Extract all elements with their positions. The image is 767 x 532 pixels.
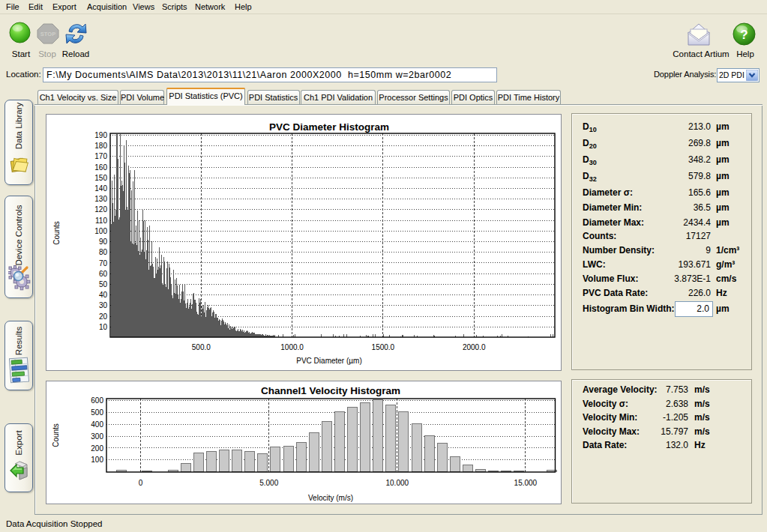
svg-text:160: 160 — [94, 163, 107, 172]
svg-text:PVC Diameter Histogram: PVC Diameter Histogram — [269, 121, 389, 133]
svg-text:10.000: 10.000 — [386, 479, 409, 487]
svg-text:400: 400 — [91, 420, 103, 429]
svg-text:100: 100 — [94, 227, 107, 235]
svg-text:Counts: Counts — [52, 423, 60, 447]
svg-text:50: 50 — [99, 280, 108, 288]
svg-text:?: ? — [740, 28, 748, 42]
svg-text:30: 30 — [99, 301, 108, 309]
svg-text:100: 100 — [91, 456, 103, 464]
svg-text:0: 0 — [139, 479, 143, 487]
svg-text:130: 130 — [94, 195, 107, 203]
svg-text:Velocity (m/s): Velocity (m/s) — [308, 494, 353, 502]
svg-text:1000.0: 1000.0 — [280, 343, 304, 351]
svg-text:70: 70 — [99, 259, 108, 267]
svg-text:40: 40 — [99, 291, 108, 299]
svg-text:60: 60 — [99, 270, 108, 278]
svg-text:500.0: 500.0 — [192, 343, 211, 351]
svg-text:180: 180 — [94, 142, 107, 150]
svg-text:120: 120 — [94, 205, 107, 214]
svg-text:150: 150 — [94, 174, 107, 182]
svg-text:500: 500 — [91, 408, 103, 417]
svg-text:1500.0: 1500.0 — [372, 343, 395, 351]
svg-text:15.000: 15.000 — [514, 479, 538, 487]
svg-text:300: 300 — [91, 432, 103, 441]
svg-text:Channel1 Velocity Histogram: Channel1 Velocity Histogram — [261, 385, 400, 396]
svg-text:190: 190 — [94, 131, 107, 139]
svg-text:80: 80 — [99, 248, 108, 256]
svg-text:2000.0: 2000.0 — [463, 343, 486, 351]
svg-text:200: 200 — [91, 444, 103, 453]
svg-text:140: 140 — [94, 184, 107, 193]
svg-text:110: 110 — [95, 217, 107, 225]
svg-text:90: 90 — [99, 238, 108, 246]
svg-text:STOP: STOP — [40, 31, 55, 37]
svg-text:5.000: 5.000 — [259, 479, 278, 487]
svg-text:600: 600 — [91, 396, 103, 405]
svg-text:20: 20 — [99, 312, 108, 321]
svg-text:10: 10 — [99, 323, 108, 331]
svg-text:Counts: Counts — [52, 221, 61, 245]
svg-text:170: 170 — [94, 152, 107, 160]
svg-text:PVC Diameter (µm): PVC Diameter (µm) — [296, 357, 361, 365]
